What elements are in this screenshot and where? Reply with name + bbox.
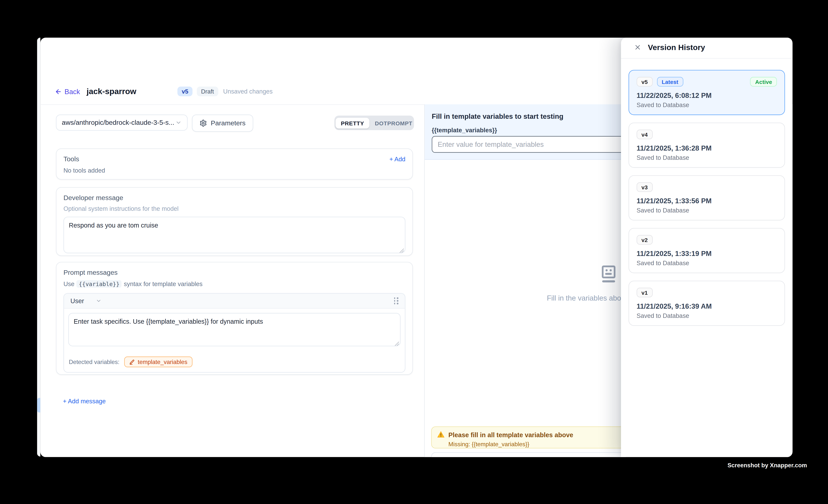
version-note: Saved to Database xyxy=(636,154,777,161)
prompt-messages-card: Prompt messages Use {{variable}} syntax … xyxy=(56,262,413,375)
version-timestamp: 11/21/2025, 1:36:28 PM xyxy=(636,144,777,152)
chat-input-stub[interactable] xyxy=(431,452,626,457)
version-note: Saved to Database xyxy=(636,207,777,213)
version-timestamp: 11/21/2025, 1:33:56 PM xyxy=(636,197,777,205)
parameters-label: Parameters xyxy=(211,119,246,127)
version-note: Saved to Database xyxy=(636,101,777,108)
version-card[interactable]: v1 11/21/2025, 9:16:39 AM Saved to Datab… xyxy=(628,281,785,326)
add-message-button[interactable]: + Add message xyxy=(63,398,106,404)
version-badge: v5 xyxy=(177,87,193,96)
model-select-value: aws/anthropic/bedrock-claude-3-5-s... xyxy=(62,119,174,126)
message-header: User xyxy=(64,294,405,309)
page-title: jack-sparrow xyxy=(87,87,136,96)
version-number-badge: v5 xyxy=(636,77,653,87)
detected-variables-label: Detected variables: xyxy=(69,359,120,365)
format-toggle: PRETTY DOTPROMPT xyxy=(334,116,414,130)
message-block: User Enter task specifics. Use {{templat… xyxy=(64,293,405,373)
version-list: v5 Latest Active 11/22/2025, 6:08:12 PM … xyxy=(628,70,785,333)
version-timestamp: 11/22/2025, 6:08:12 PM xyxy=(636,91,777,99)
version-number-badge: v2 xyxy=(636,235,653,245)
warning-title: Please fill in all template variables ab… xyxy=(448,431,573,439)
robot-icon xyxy=(598,263,619,287)
version-card[interactable]: v4 11/21/2025, 1:36:28 PM Saved to Datab… xyxy=(628,123,785,168)
prompt-syntax-hint: Use {{variable}} syntax for template var… xyxy=(64,280,405,288)
chevron-down-icon[interactable] xyxy=(96,298,102,304)
version-number-badge: v3 xyxy=(636,182,653,192)
hint-code-chip: {{variable}} xyxy=(77,280,122,288)
back-arrow-icon xyxy=(55,88,62,95)
add-tool-button[interactable]: + Add xyxy=(389,156,405,162)
warning-detail: Missing: {{template_variables}} xyxy=(448,441,620,448)
template-variable-name: {{template_variables}} xyxy=(432,127,497,133)
version-number-badge: v4 xyxy=(636,130,653,139)
unsaved-changes-label: Unsaved changes xyxy=(223,88,273,95)
version-history-panel: Version History v5 Latest Active 11/22/2… xyxy=(621,38,792,457)
edit-pencil-icon xyxy=(129,359,135,365)
version-number-badge: v1 xyxy=(636,288,653,297)
version-timestamp: 11/21/2025, 9:16:39 AM xyxy=(636,302,777,310)
tools-empty-text: No tools added xyxy=(64,167,405,174)
template-warning: Please fill in all template variables ab… xyxy=(431,426,626,449)
version-card[interactable]: v3 11/21/2025, 1:33:56 PM Saved to Datab… xyxy=(628,175,785,220)
version-history-title: Version History xyxy=(648,43,705,52)
toggle-option-dotprompt[interactable]: DOTPROMPT xyxy=(370,118,418,128)
version-card[interactable]: v5 Latest Active 11/22/2025, 6:08:12 PM … xyxy=(628,70,785,115)
tools-title: Tools xyxy=(64,156,79,163)
gear-icon xyxy=(200,119,207,127)
developer-message-title: Developer message xyxy=(64,194,405,202)
developer-message-card: Developer message Optional system instru… xyxy=(56,187,413,256)
latest-badge: Latest xyxy=(657,77,683,87)
hint-suffix: syntax for template variables xyxy=(124,281,203,287)
chevron-down-icon xyxy=(175,119,181,126)
variable-chip-label: template_variables xyxy=(138,359,188,365)
watermark-label: Screenshot by Xnapper.com xyxy=(728,462,807,468)
message-textarea[interactable]: Enter task specifics. Use {{template_var… xyxy=(68,313,401,346)
panel-divider xyxy=(621,58,792,59)
draft-badge: Draft xyxy=(197,87,218,96)
message-role-select[interactable]: User xyxy=(70,297,84,305)
background-panel-sliver xyxy=(37,38,40,457)
version-history-header: Version History xyxy=(621,38,792,58)
parameters-button[interactable]: Parameters xyxy=(192,115,253,132)
app-window: Back jack-sparrow v5 Draft Unsaved chang… xyxy=(40,38,792,457)
developer-message-subtitle: Optional system instructions for the mod… xyxy=(64,205,405,212)
version-timestamp: 11/21/2025, 1:33:19 PM xyxy=(636,250,777,258)
tools-card: Tools + Add No tools added xyxy=(56,149,413,180)
version-card[interactable]: v2 11/21/2025, 1:33:19 PM Saved to Datab… xyxy=(628,228,785,273)
back-label: Back xyxy=(65,88,80,96)
back-button[interactable]: Back xyxy=(55,88,80,96)
template-variable-chip[interactable]: template_variables xyxy=(124,356,192,367)
template-variables-title: Fill in template variables to start test… xyxy=(432,112,564,120)
drag-handle-icon[interactable] xyxy=(394,298,399,304)
model-select[interactable]: aws/anthropic/bedrock-claude-3-5-s... xyxy=(56,115,188,131)
hint-prefix: Use xyxy=(64,281,74,287)
detected-variables-row: Detected variables: template_variables xyxy=(64,353,405,372)
close-icon[interactable] xyxy=(634,43,641,51)
active-badge: Active xyxy=(750,77,777,87)
warning-triangle-icon xyxy=(437,431,445,438)
toggle-option-pretty[interactable]: PRETTY xyxy=(335,118,370,128)
developer-message-textarea[interactable]: Respond as you are tom cruise xyxy=(64,217,405,253)
screenshot-stage: Back jack-sparrow v5 Draft Unsaved chang… xyxy=(0,0,828,504)
prompt-messages-title: Prompt messages xyxy=(64,269,405,277)
version-note: Saved to Database xyxy=(636,312,777,319)
version-note: Saved to Database xyxy=(636,260,777,266)
background-panel-accent xyxy=(37,398,40,412)
